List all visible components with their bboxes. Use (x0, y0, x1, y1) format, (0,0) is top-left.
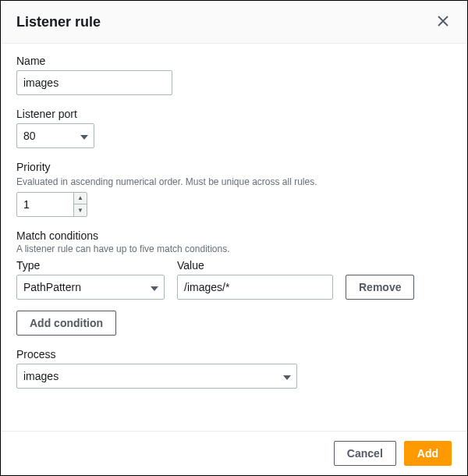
cancel-button[interactable]: Cancel (334, 441, 396, 466)
condition-row: Type PathPattern Value Remove (16, 259, 452, 300)
priority-hint: Evaluated in ascending numerical order. … (16, 176, 452, 187)
condition-value-input[interactable] (177, 275, 333, 300)
close-button[interactable] (434, 12, 452, 32)
dialog-content: Name Listener port 80 Priority Evaluated… (1, 44, 467, 431)
condition-value-label: Value (177, 259, 333, 272)
close-icon (438, 14, 448, 30)
process-label: Process (16, 348, 452, 361)
dialog-title: Listener rule (16, 14, 101, 30)
priority-input[interactable] (17, 193, 73, 216)
add-condition-button[interactable]: Add condition (16, 311, 116, 336)
dialog-header: Listener rule (1, 1, 467, 44)
add-button[interactable]: Add (404, 441, 452, 466)
condition-type-label: Type (16, 259, 165, 272)
match-conditions-section: Match conditions A listener rule can hav… (16, 229, 452, 336)
name-field: Name (16, 55, 452, 95)
condition-type-select[interactable]: PathPattern (16, 275, 165, 300)
priority-field: Priority Evaluated in ascending numerica… (16, 161, 452, 217)
match-conditions-label: Match conditions (16, 229, 452, 242)
priority-label: Priority (16, 161, 452, 173)
name-input[interactable] (16, 70, 172, 95)
process-field: Process images (16, 348, 452, 389)
name-label: Name (16, 55, 452, 67)
priority-spinner: ▲ ▼ (73, 193, 87, 216)
listener-port-field: Listener port 80 (16, 108, 452, 148)
priority-stepper[interactable]: ▲ ▼ (16, 192, 87, 217)
match-conditions-hint: A listener rule can have up to five matc… (16, 243, 452, 254)
remove-condition-button[interactable]: Remove (346, 275, 414, 300)
listener-port-label: Listener port (16, 108, 452, 120)
process-select[interactable]: images (16, 364, 297, 389)
listener-port-select[interactable]: 80 (16, 123, 94, 148)
dialog-footer: Cancel Add (1, 431, 467, 475)
priority-down-button[interactable]: ▼ (74, 204, 87, 216)
priority-up-button[interactable]: ▲ (74, 193, 87, 204)
